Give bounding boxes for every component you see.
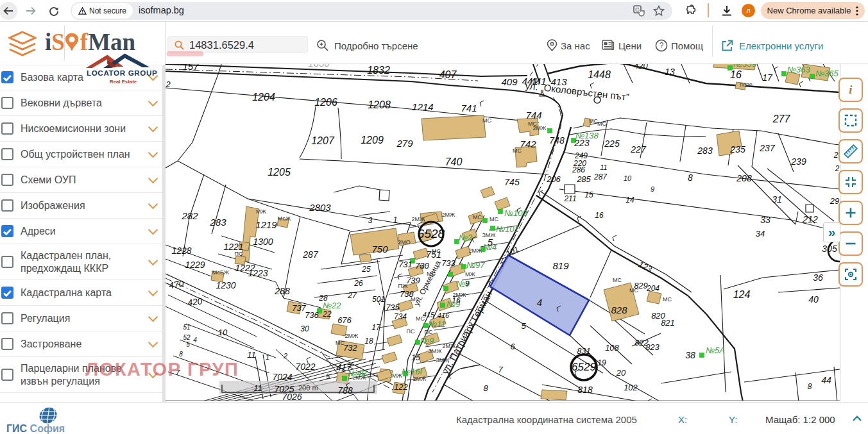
svg-text:9: 9	[465, 280, 469, 287]
svg-text:235: 235	[729, 144, 745, 154]
svg-text:?: ?	[660, 41, 664, 50]
svg-text:287: 287	[302, 249, 319, 260]
svg-text:ПС: ПС	[425, 329, 433, 335]
svg-text:38: 38	[685, 350, 695, 360]
svg-text:МЖ: МЖ	[392, 372, 402, 379]
svg-text:420: 420	[634, 64, 648, 71]
svg-text:739: 739	[406, 276, 420, 285]
svg-text:5: 5	[521, 321, 526, 331]
svg-text:1830: 1830	[308, 64, 330, 69]
svg-text:15: 15	[584, 190, 593, 199]
svg-text:2МЖ: 2МЖ	[453, 292, 467, 298]
svg-text:МС: МС	[629, 287, 638, 294]
svg-text:28: 28	[318, 294, 328, 303]
svg-text:1: 1	[266, 353, 269, 361]
svg-text:7024: 7024	[272, 372, 292, 382]
svg-text:735: 735	[386, 303, 400, 312]
svg-text:744: 744	[525, 110, 541, 121]
svg-text:788: 788	[337, 385, 353, 396]
svg-text:МЖ: МЖ	[465, 271, 475, 278]
svg-text:283: 283	[697, 146, 713, 156]
svg-text:14: 14	[625, 196, 634, 204]
svg-text:1207: 1207	[311, 135, 335, 146]
svg-text:11: 11	[600, 163, 607, 171]
svg-text:№365: №365	[815, 69, 839, 78]
svg-text:282: 282	[181, 210, 198, 221]
svg-text:LOCATOR GROUP: LOCATOR GROUP	[87, 69, 158, 77]
svg-text:22: 22	[322, 310, 332, 319]
svg-text:102: 102	[624, 383, 638, 392]
svg-text:676: 676	[337, 315, 352, 325]
svg-text:26: 26	[353, 279, 363, 288]
svg-text:4: 4	[193, 337, 197, 344]
svg-text:416: 416	[438, 312, 450, 319]
svg-text:828: 828	[611, 305, 627, 315]
svg-text:МС: МС	[489, 216, 498, 222]
svg-text:206: 206	[546, 174, 561, 184]
svg-text:750: 750	[371, 244, 388, 255]
svg-text:285: 285	[576, 174, 591, 184]
svg-text:20: 20	[616, 368, 626, 378]
svg-text:пепе: пепе	[740, 81, 753, 88]
svg-text:34: 34	[756, 229, 765, 238]
svg-text:2МЖ: 2МЖ	[413, 376, 427, 382]
svg-text:277: 277	[772, 113, 791, 124]
svg-text:3: 3	[368, 216, 373, 225]
svg-text:МС: МС	[473, 214, 482, 221]
svg-text:818: 818	[577, 385, 593, 395]
svg-text:1205: 1205	[268, 167, 291, 178]
svg-text:30: 30	[300, 324, 309, 333]
svg-text:211: 211	[563, 194, 576, 203]
svg-text:1229: 1229	[185, 260, 205, 270]
svg-text:736: 736	[305, 310, 319, 320]
svg-text:7026: 7026	[282, 392, 302, 401]
svg-text:748: 748	[549, 135, 565, 146]
svg-text:2МЖ: 2МЖ	[442, 212, 456, 218]
svg-text:288: 288	[274, 286, 290, 296]
svg-text:305: 305	[822, 244, 837, 254]
svg-text:№5А: №5А	[706, 346, 725, 355]
svg-text:16: 16	[595, 211, 604, 220]
svg-text:МсЖ: МсЖ	[278, 215, 291, 222]
svg-text:№359: №359	[733, 64, 756, 69]
svg-text:7022: 7022	[295, 362, 315, 372]
svg-text:279: 279	[396, 138, 413, 149]
svg-text:2803: 2803	[309, 202, 331, 213]
svg-text:731: 731	[398, 260, 413, 269]
svg-text:8: 8	[688, 172, 693, 183]
svg-text:13: 13	[665, 67, 675, 77]
svg-text:4: 4	[537, 297, 542, 308]
svg-text:286: 286	[572, 165, 585, 174]
svg-text:157: 157	[182, 64, 199, 72]
svg-text:МС: МС	[336, 340, 345, 346]
svg-text:29: 29	[830, 196, 839, 206]
svg-text:2: 2	[283, 352, 287, 360]
svg-text:200 m: 200 m	[298, 384, 318, 392]
svg-text:№16Г: №16Г	[402, 367, 425, 376]
svg-text:2МЖ: 2МЖ	[353, 374, 367, 381]
svg-text:122: 122	[394, 382, 408, 392]
svg-text:№2: №2	[459, 233, 473, 242]
svg-text:742: 742	[520, 138, 536, 149]
svg-text:2МЖ: 2МЖ	[469, 247, 483, 254]
svg-text:МС: МС	[482, 117, 491, 124]
svg-text:МЖ: МЖ	[256, 208, 266, 215]
svg-text:1204: 1204	[252, 92, 275, 103]
svg-text:8: 8	[179, 351, 183, 358]
svg-text:8: 8	[483, 383, 488, 393]
svg-text:283: 283	[209, 217, 226, 228]
svg-text:19: 19	[597, 358, 606, 367]
svg-text:1223: 1223	[248, 268, 268, 278]
svg-text:501: 501	[372, 295, 385, 304]
svg-text:745: 745	[504, 177, 520, 187]
svg-text:17: 17	[762, 72, 773, 83]
svg-text:223: 223	[574, 138, 590, 148]
svg-text:740: 740	[445, 156, 463, 167]
svg-text:МС: МС	[416, 315, 425, 322]
svg-text:44: 44	[821, 375, 831, 385]
svg-text:10: 10	[624, 174, 632, 182]
svg-text:407: 407	[439, 69, 457, 80]
svg-text:№363: №363	[787, 65, 811, 74]
svg-text:227: 227	[630, 144, 647, 154]
svg-text:МсБЖ: МсБЖ	[212, 269, 230, 276]
